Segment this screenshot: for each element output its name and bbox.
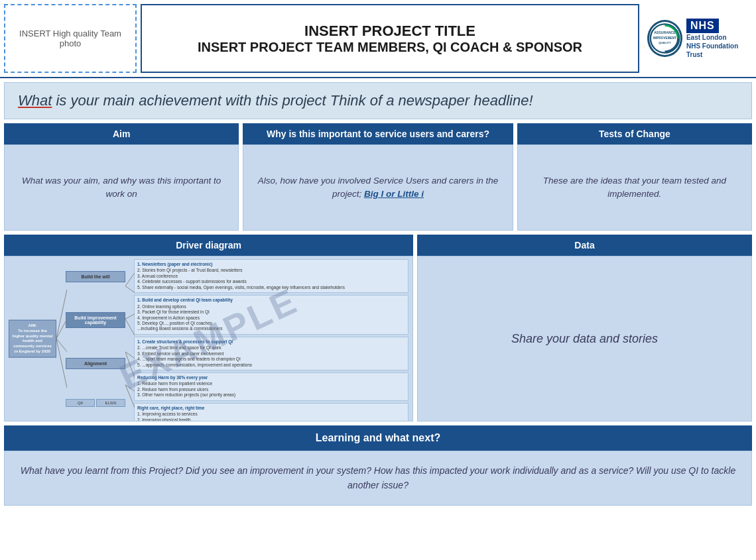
driver-box-small-1: QII xyxy=(66,399,95,407)
aim-body[interactable]: What was your aim, and why was this impo… xyxy=(4,144,239,231)
page-header: INSERT High quality Team photo INSERT PR… xyxy=(0,0,756,78)
driver-secondary-box-1: 1. Newsletters (paper and electronic) 2.… xyxy=(134,259,409,293)
tests-body[interactable]: These are the ideas that your team teste… xyxy=(517,144,752,231)
svg-line-4 xyxy=(56,290,67,339)
driver-primary-box-2: Build improvement capability xyxy=(66,312,125,328)
data-header: Data xyxy=(417,235,752,256)
driver-diagram-content: AIM: To increase the higher quality ment… xyxy=(5,256,412,421)
learning-body-text: What have you learnt from this Project? … xyxy=(21,465,735,490)
tests-header: Tests of Change xyxy=(517,123,752,144)
aim-body-text: What was your aim, and why was this impo… xyxy=(13,174,230,201)
project-title-block[interactable]: INSERT PROJECT TITLE INSERT PROJECT TEAM… xyxy=(141,4,639,73)
driver-primary-box-1: Build the will xyxy=(66,271,125,282)
driver-lines-svg xyxy=(56,256,67,421)
svg-line-5 xyxy=(56,319,67,339)
learning-body[interactable]: What have you learnt from this Project? … xyxy=(4,451,752,506)
why-section: Why is this important to service users a… xyxy=(243,123,513,231)
nhs-badge: NHS xyxy=(686,19,719,33)
driver-box-small-2: ELSIS xyxy=(96,399,125,407)
project-title-line1: INSERT PROJECT TITLE xyxy=(304,23,475,40)
svg-line-11 xyxy=(125,319,135,335)
aim-header: Aim xyxy=(4,123,239,144)
driver-secondary-box-4: Reducing Harm by 30% every year 1. Reduc… xyxy=(134,372,409,401)
svg-line-13 xyxy=(125,352,135,378)
nhs-circle-logo: ASSURANCE IMPROVEMENT QUALITY xyxy=(647,20,682,57)
bottom-row: Driver diagram AIM: To increase the high… xyxy=(4,235,752,421)
driver-primary-box-3: Alignment xyxy=(66,358,125,369)
driver-secondary-box-3: 1. Create structures & processes to supp… xyxy=(134,337,409,370)
tests-body-text: These are the ideas that your team teste… xyxy=(526,174,743,201)
driver-primary-boxes: Build the will Build improvement capabil… xyxy=(66,256,125,421)
nhs-text: NHS East London NHS Foundation Trust xyxy=(686,19,752,59)
svg-line-9 xyxy=(125,286,135,293)
driver-secondary-boxes: 1. Newsletters (paper and electronic) 2.… xyxy=(134,259,409,418)
learning-header: Learning and what next? xyxy=(4,425,752,451)
headline-what: What xyxy=(18,92,52,109)
headline-banner[interactable]: What is your main achievement with this … xyxy=(4,82,752,119)
driver-secondary-box-2: 1. Build and develop central QI team cap… xyxy=(134,295,409,335)
driver-section: Driver diagram AIM: To increase the high… xyxy=(4,235,413,421)
svg-line-7 xyxy=(56,339,67,388)
learning-section: Learning and what next? What have you le… xyxy=(4,425,752,506)
headline-rest: is your main achievement with this proje… xyxy=(52,92,533,109)
svg-line-10 xyxy=(125,314,135,319)
driver-secondary-box-5: Right care, right place, right time 1. I… xyxy=(134,403,409,421)
why-body[interactable]: Also, how have you involved Service User… xyxy=(243,144,513,231)
driver-aim-box: AIM: To increase the higher quality ment… xyxy=(9,320,56,358)
why-body-text: Also, how have you involved Service User… xyxy=(251,174,504,201)
driver-small-boxes: QII ELSIS xyxy=(66,399,125,407)
nhs-logo-area: ASSURANCE IMPROVEMENT QUALITY NHS East L… xyxy=(643,0,756,77)
data-section: Data Share your data and stories xyxy=(417,235,752,421)
info-section-row: Aim What was your aim, and why was this … xyxy=(4,123,752,231)
big-little-i-link[interactable]: Big I or Little i xyxy=(364,189,424,199)
project-title-line2: INSERT PROJECT TEAM MEMBERS, QI COACH & … xyxy=(198,40,582,55)
svg-text:ASSURANCE: ASSURANCE xyxy=(654,30,676,34)
headline-text: What is your main achievement with this … xyxy=(18,92,533,109)
tests-section: Tests of Change These are the ideas that… xyxy=(517,123,752,231)
data-body[interactable]: Share your data and stories xyxy=(417,256,752,421)
nhs-trust-name: East London NHS Foundation Trust xyxy=(686,33,752,59)
driver-lines-secondary-svg xyxy=(125,256,135,421)
data-body-text: Share your data and stories xyxy=(511,332,658,346)
driver-body[interactable]: AIM: To increase the higher quality ment… xyxy=(4,256,413,421)
why-header: Why is this important to service users a… xyxy=(243,123,513,144)
svg-line-8 xyxy=(125,273,135,286)
photo-label: INSERT High quality Team photo xyxy=(11,28,130,48)
svg-text:IMPROVEMENT: IMPROVEMENT xyxy=(653,36,676,40)
driver-header: Driver diagram xyxy=(4,235,413,256)
aim-section: Aim What was your aim, and why was this … xyxy=(4,123,239,231)
team-photo-placeholder[interactable]: INSERT High quality Team photo xyxy=(4,4,137,73)
svg-text:QUALITY: QUALITY xyxy=(659,41,671,44)
